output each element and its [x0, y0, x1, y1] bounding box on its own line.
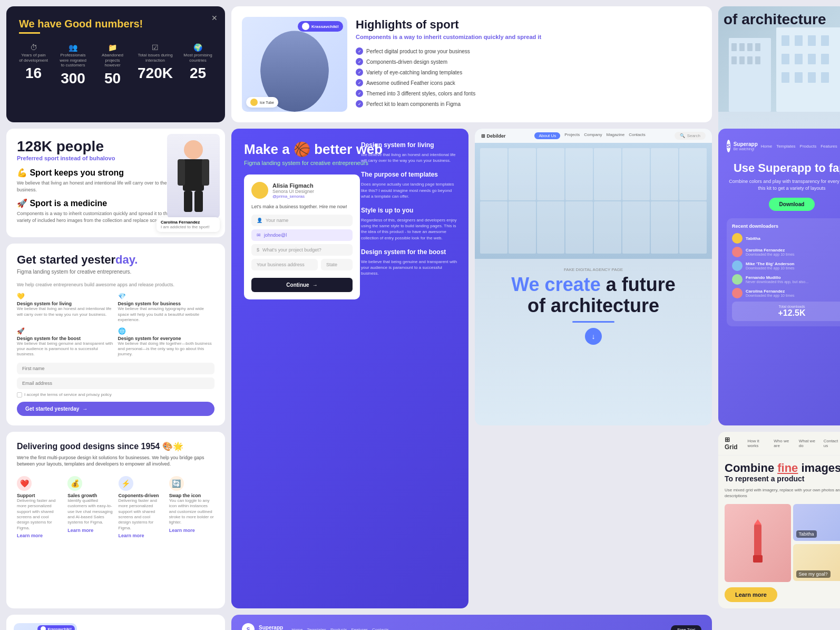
- krassavchiki-chip: Krassavchiki!: [298, 21, 343, 32]
- get-started-button[interactable]: Get started yesterday →: [17, 402, 214, 416]
- grid-nav-links: How it works Who we are What we do Conta…: [747, 439, 840, 448]
- svg-rect-19: [795, 72, 803, 83]
- budget-field[interactable]: $ What's your project budget?: [251, 244, 353, 256]
- svg-rect-18: [782, 72, 789, 83]
- bottom-nav-templates[interactable]: Templates: [307, 627, 326, 630]
- svg-rect-6: [739, 56, 745, 64]
- bottom-nav-products[interactable]: Products: [330, 627, 347, 630]
- state-field[interactable]: State: [321, 259, 353, 270]
- sales-learn-link[interactable]: Learn more: [67, 528, 113, 533]
- lipstick-svg: [745, 519, 771, 567]
- nav-templates[interactable]: Templates: [776, 144, 795, 149]
- svg-rect-21: [821, 72, 829, 83]
- nav-magazine[interactable]: Magazine: [606, 132, 624, 139]
- building-cell: [594, 148, 621, 200]
- bottom-nav-contacts[interactable]: Contacts: [372, 627, 389, 630]
- mosaic-consider: Tabitha: [793, 504, 841, 541]
- components-learn-link[interactable]: Learn more: [119, 533, 164, 538]
- get-started-title: Get started yesterday.: [17, 253, 214, 267]
- feature-sales: 💰 Sales growth Identify qualified custom…: [67, 476, 113, 538]
- agency-navbar: ⊞ Debilder About Us Projects Company Mag…: [475, 129, 712, 143]
- stat-years: ⏱ Years of pain of development 16: [19, 43, 48, 87]
- close-icon[interactable]: ✕: [211, 14, 218, 22]
- sales-icon: 💰: [67, 476, 82, 491]
- building-cell: [651, 201, 678, 254]
- nav-features[interactable]: Features: [821, 144, 837, 149]
- svg-rect-17: [821, 54, 829, 64]
- svg-marker-30: [754, 519, 761, 525]
- svg-rect-29: [753, 555, 763, 563]
- svg-rect-7: [747, 56, 753, 64]
- building-cell: [622, 201, 650, 254]
- nav-company[interactable]: Company: [584, 132, 602, 139]
- email-field[interactable]: ✉ johndoe@l: [251, 229, 353, 241]
- chip-label: Krassavchiki!: [311, 24, 339, 29]
- superapp-nav: S Superapp Be watching! Home Templates P…: [727, 139, 840, 153]
- professionals-icon: 👥: [58, 43, 87, 52]
- nav-projects[interactable]: Projects: [564, 132, 580, 139]
- download-button[interactable]: Download: [769, 198, 815, 211]
- first-name-input[interactable]: [17, 363, 214, 374]
- dl-info: Fernando Mudillo Never downloaded this a…: [746, 275, 808, 284]
- good-numbers-card: ✕ We have Good numbers! ⏱ Years of pain …: [6, 6, 225, 122]
- bottom-nav-features[interactable]: Features: [351, 627, 368, 630]
- svg-rect-20: [808, 72, 816, 83]
- agency-search[interactable]: 🔍 Search: [675, 132, 706, 140]
- nav-home[interactable]: Home: [761, 144, 772, 149]
- support-learn-link[interactable]: Learn more: [17, 533, 62, 538]
- person-icon: 👤: [257, 218, 262, 223]
- highlights-list: ✓ Perfect digital product to grow your b…: [356, 47, 699, 108]
- everyone-icon: 🌐: [118, 327, 215, 335]
- feature-everyone: 🌐 Design system for everyone We believe …: [118, 327, 215, 357]
- grid-navbar: ⊞ Grid How it works Who we are What we d…: [718, 432, 840, 455]
- dl-info: Carolina Fernandez Downloaded the app 10…: [746, 248, 795, 256]
- building-cell: [565, 201, 593, 254]
- sport-image: Krassavchiki! Ice Tube: [242, 17, 347, 112]
- nav-contacts[interactable]: Contacts: [629, 132, 646, 139]
- free-trial-btn-bottom[interactable]: Free Trial: [671, 625, 701, 630]
- swap-learn-link[interactable]: Learn more: [169, 528, 214, 533]
- nav-products[interactable]: Products: [800, 144, 817, 149]
- check-icon: ✓: [356, 58, 363, 65]
- svg-rect-28: [754, 525, 761, 556]
- delivering-features: ❤️ Support Delivering faster and more pe…: [17, 476, 214, 538]
- superapp-logo: S: [727, 140, 730, 152]
- chip-dot: [41, 626, 46, 630]
- svg-rect-4: [755, 43, 760, 51]
- chip-avatar-dot: [302, 23, 309, 30]
- stat-abandoned: 📁 Abandoned projects however 50: [98, 43, 127, 87]
- dl-avatar: [732, 233, 743, 244]
- grid-nav-how[interactable]: How it works: [747, 439, 769, 448]
- building-cell: [537, 201, 564, 254]
- address-field[interactable]: Your business address: [251, 259, 318, 270]
- create-text: We create: [511, 274, 600, 295]
- svg-rect-24: [178, 159, 185, 186]
- email-input[interactable]: [17, 377, 214, 389]
- ice-tube-chip: Ice Tube: [246, 97, 278, 108]
- abandoned-value: 50: [98, 70, 127, 87]
- bottom-nav-home[interactable]: Home: [291, 627, 302, 630]
- delivering-tagline: We're the first multi-purpose design kit…: [17, 454, 214, 468]
- learn-more-button[interactable]: Learn more: [725, 587, 777, 602]
- continue-button[interactable]: Continue →: [251, 278, 353, 292]
- svg-rect-16: [808, 54, 816, 64]
- grid-nav-what[interactable]: What we do: [799, 439, 819, 448]
- superapp-desc: Combine colors and play with transparenc…: [727, 178, 840, 191]
- name-field[interactable]: 👤 Your name: [251, 215, 353, 226]
- search-icon: 🔍: [680, 133, 685, 138]
- dl-info: Mike 'The Big' Anderson Downloaded the a…: [746, 261, 795, 270]
- nav-about[interactable]: About Us: [534, 132, 560, 139]
- mosaic-goal: See my goal?: [793, 544, 841, 581]
- list-item: ✓ Awesome outlined Feather icons pack: [356, 79, 699, 86]
- terms-checkbox[interactable]: [17, 392, 22, 398]
- grid-nav-contact[interactable]: Contact us: [824, 439, 840, 448]
- svg-rect-14: [782, 54, 789, 64]
- professionals-value: 300: [58, 70, 87, 87]
- grid-nav-who[interactable]: Who we are: [774, 439, 794, 448]
- list-item: ✓ Perfect kit to learn components in Fig…: [356, 100, 699, 108]
- building-cell: [594, 201, 621, 254]
- building-cell: [480, 201, 507, 254]
- countries-value: 25: [183, 65, 212, 82]
- arch-down-btn[interactable]: ↓: [585, 328, 602, 345]
- total-downloads: Total downloads +12.5K: [732, 302, 840, 321]
